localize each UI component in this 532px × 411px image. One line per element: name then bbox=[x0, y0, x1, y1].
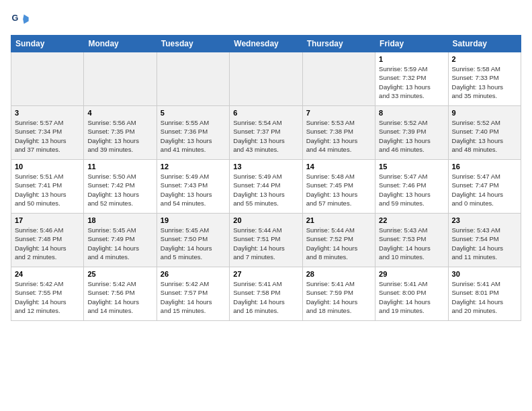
day-info: Sunrise: 5:55 AM Sunset: 7:36 PM Dayligh… bbox=[161, 118, 226, 154]
day-number: 6 bbox=[233, 109, 298, 117]
day-number: 15 bbox=[379, 163, 444, 171]
header-row: SundayMondayTuesdayWednesdayThursdayFrid… bbox=[11, 36, 521, 52]
column-header-monday: Monday bbox=[84, 36, 157, 52]
week-row-1: 1Sunrise: 5:59 AM Sunset: 7:32 PM Daylig… bbox=[11, 52, 521, 106]
day-cell: 9Sunrise: 5:52 AM Sunset: 7:40 PM Daylig… bbox=[448, 106, 521, 160]
day-cell bbox=[302, 52, 375, 106]
day-number: 17 bbox=[15, 216, 80, 224]
day-info: Sunrise: 5:54 AM Sunset: 7:37 PM Dayligh… bbox=[233, 118, 298, 154]
day-number: 19 bbox=[161, 216, 226, 224]
day-cell: 6Sunrise: 5:54 AM Sunset: 7:37 PM Daylig… bbox=[230, 106, 302, 160]
day-cell: 27Sunrise: 5:41 AM Sunset: 7:58 PM Dayli… bbox=[230, 267, 302, 321]
day-cell: 1Sunrise: 5:59 AM Sunset: 7:32 PM Daylig… bbox=[375, 52, 448, 106]
day-number: 8 bbox=[379, 109, 444, 117]
day-number: 1 bbox=[379, 55, 444, 63]
day-cell: 22Sunrise: 5:43 AM Sunset: 7:53 PM Dayli… bbox=[375, 214, 448, 267]
day-cell bbox=[157, 52, 229, 106]
day-cell: 18Sunrise: 5:45 AM Sunset: 7:49 PM Dayli… bbox=[84, 214, 157, 267]
day-cell: 29Sunrise: 5:41 AM Sunset: 8:00 PM Dayli… bbox=[375, 267, 448, 321]
column-header-tuesday: Tuesday bbox=[157, 36, 229, 52]
day-info: Sunrise: 5:53 AM Sunset: 7:38 PM Dayligh… bbox=[306, 118, 371, 154]
day-cell: 2Sunrise: 5:58 AM Sunset: 7:33 PM Daylig… bbox=[448, 52, 521, 106]
day-number: 24 bbox=[15, 270, 80, 278]
day-number: 21 bbox=[306, 216, 371, 224]
day-info: Sunrise: 5:52 AM Sunset: 7:40 PM Dayligh… bbox=[452, 118, 517, 154]
week-row-3: 10Sunrise: 5:51 AM Sunset: 7:41 PM Dayli… bbox=[11, 160, 521, 214]
logo-icon: G bbox=[11, 11, 30, 30]
week-row-4: 17Sunrise: 5:46 AM Sunset: 7:48 PM Dayli… bbox=[11, 214, 521, 267]
day-number: 10 bbox=[15, 163, 80, 171]
day-info: Sunrise: 5:57 AM Sunset: 7:34 PM Dayligh… bbox=[15, 118, 80, 154]
day-number: 27 bbox=[233, 270, 298, 278]
day-cell: 4Sunrise: 5:56 AM Sunset: 7:35 PM Daylig… bbox=[84, 106, 157, 160]
day-cell bbox=[84, 52, 157, 106]
page-header: G bbox=[11, 11, 521, 30]
day-cell: 8Sunrise: 5:52 AM Sunset: 7:39 PM Daylig… bbox=[375, 106, 448, 160]
day-cell: 12Sunrise: 5:49 AM Sunset: 7:43 PM Dayli… bbox=[157, 160, 229, 214]
day-info: Sunrise: 5:52 AM Sunset: 7:39 PM Dayligh… bbox=[379, 118, 444, 154]
day-cell: 24Sunrise: 5:42 AM Sunset: 7:55 PM Dayli… bbox=[11, 267, 84, 321]
day-info: Sunrise: 5:49 AM Sunset: 7:43 PM Dayligh… bbox=[161, 172, 226, 208]
day-info: Sunrise: 5:44 AM Sunset: 7:52 PM Dayligh… bbox=[306, 226, 371, 261]
day-cell: 30Sunrise: 5:41 AM Sunset: 8:01 PM Dayli… bbox=[448, 267, 521, 321]
week-row-2: 3Sunrise: 5:57 AM Sunset: 7:34 PM Daylig… bbox=[11, 106, 521, 160]
day-number: 4 bbox=[87, 109, 152, 117]
day-number: 22 bbox=[379, 216, 444, 224]
day-number: 11 bbox=[87, 163, 152, 171]
day-info: Sunrise: 5:58 AM Sunset: 7:33 PM Dayligh… bbox=[452, 64, 517, 100]
column-header-sunday: Sunday bbox=[11, 36, 84, 52]
day-cell: 11Sunrise: 5:50 AM Sunset: 7:42 PM Dayli… bbox=[84, 160, 157, 214]
day-info: Sunrise: 5:45 AM Sunset: 7:50 PM Dayligh… bbox=[161, 226, 226, 261]
day-number: 30 bbox=[452, 270, 517, 278]
day-cell: 3Sunrise: 5:57 AM Sunset: 7:34 PM Daylig… bbox=[11, 106, 84, 160]
day-cell: 14Sunrise: 5:48 AM Sunset: 7:45 PM Dayli… bbox=[302, 160, 375, 214]
day-info: Sunrise: 5:51 AM Sunset: 7:41 PM Dayligh… bbox=[15, 172, 80, 208]
day-number: 7 bbox=[306, 109, 371, 117]
day-number: 12 bbox=[161, 163, 226, 171]
day-info: Sunrise: 5:42 AM Sunset: 7:56 PM Dayligh… bbox=[87, 279, 152, 315]
day-info: Sunrise: 5:43 AM Sunset: 7:54 PM Dayligh… bbox=[452, 226, 517, 261]
day-cell: 15Sunrise: 5:47 AM Sunset: 7:46 PM Dayli… bbox=[375, 160, 448, 214]
day-cell: 5Sunrise: 5:55 AM Sunset: 7:36 PM Daylig… bbox=[157, 106, 229, 160]
day-number: 18 bbox=[87, 216, 152, 224]
day-cell: 26Sunrise: 5:42 AM Sunset: 7:57 PM Dayli… bbox=[157, 267, 229, 321]
day-number: 28 bbox=[306, 270, 371, 278]
day-info: Sunrise: 5:41 AM Sunset: 8:01 PM Dayligh… bbox=[452, 279, 517, 315]
day-number: 29 bbox=[379, 270, 444, 278]
day-info: Sunrise: 5:46 AM Sunset: 7:48 PM Dayligh… bbox=[15, 226, 80, 261]
day-info: Sunrise: 5:48 AM Sunset: 7:45 PM Dayligh… bbox=[306, 172, 371, 208]
day-cell: 19Sunrise: 5:45 AM Sunset: 7:50 PM Dayli… bbox=[157, 214, 229, 267]
day-cell: 28Sunrise: 5:41 AM Sunset: 7:59 PM Dayli… bbox=[302, 267, 375, 321]
day-info: Sunrise: 5:49 AM Sunset: 7:44 PM Dayligh… bbox=[233, 172, 298, 208]
column-header-friday: Friday bbox=[375, 36, 448, 52]
calendar-table: SundayMondayTuesdayWednesdayThursdayFrid… bbox=[11, 35, 521, 321]
day-cell: 25Sunrise: 5:42 AM Sunset: 7:56 PM Dayli… bbox=[84, 267, 157, 321]
day-number: 26 bbox=[161, 270, 226, 278]
day-number: 3 bbox=[15, 109, 80, 117]
svg-marker-1 bbox=[23, 15, 28, 24]
day-cell: 16Sunrise: 5:47 AM Sunset: 7:47 PM Dayli… bbox=[448, 160, 521, 214]
day-info: Sunrise: 5:56 AM Sunset: 7:35 PM Dayligh… bbox=[87, 118, 152, 154]
day-cell: 20Sunrise: 5:44 AM Sunset: 7:51 PM Dayli… bbox=[230, 214, 302, 267]
day-info: Sunrise: 5:45 AM Sunset: 7:49 PM Dayligh… bbox=[87, 226, 152, 261]
day-number: 25 bbox=[87, 270, 152, 278]
day-number: 20 bbox=[233, 216, 298, 224]
day-info: Sunrise: 5:42 AM Sunset: 7:55 PM Dayligh… bbox=[15, 279, 80, 315]
day-cell: 21Sunrise: 5:44 AM Sunset: 7:52 PM Dayli… bbox=[302, 214, 375, 267]
day-cell bbox=[230, 52, 302, 106]
day-number: 2 bbox=[452, 55, 517, 63]
day-cell: 23Sunrise: 5:43 AM Sunset: 7:54 PM Dayli… bbox=[448, 214, 521, 267]
day-info: Sunrise: 5:59 AM Sunset: 7:32 PM Dayligh… bbox=[379, 64, 444, 100]
day-number: 23 bbox=[452, 216, 517, 224]
week-row-5: 24Sunrise: 5:42 AM Sunset: 7:55 PM Dayli… bbox=[11, 267, 521, 321]
day-number: 13 bbox=[233, 163, 298, 171]
column-header-wednesday: Wednesday bbox=[230, 36, 302, 52]
day-cell: 13Sunrise: 5:49 AM Sunset: 7:44 PM Dayli… bbox=[230, 160, 302, 214]
svg-text:G: G bbox=[11, 13, 18, 23]
day-info: Sunrise: 5:47 AM Sunset: 7:46 PM Dayligh… bbox=[379, 172, 444, 208]
day-info: Sunrise: 5:41 AM Sunset: 8:00 PM Dayligh… bbox=[379, 279, 444, 315]
column-header-thursday: Thursday bbox=[302, 36, 375, 52]
column-header-saturday: Saturday bbox=[448, 36, 521, 52]
day-number: 9 bbox=[452, 109, 517, 117]
day-cell: 10Sunrise: 5:51 AM Sunset: 7:41 PM Dayli… bbox=[11, 160, 84, 214]
